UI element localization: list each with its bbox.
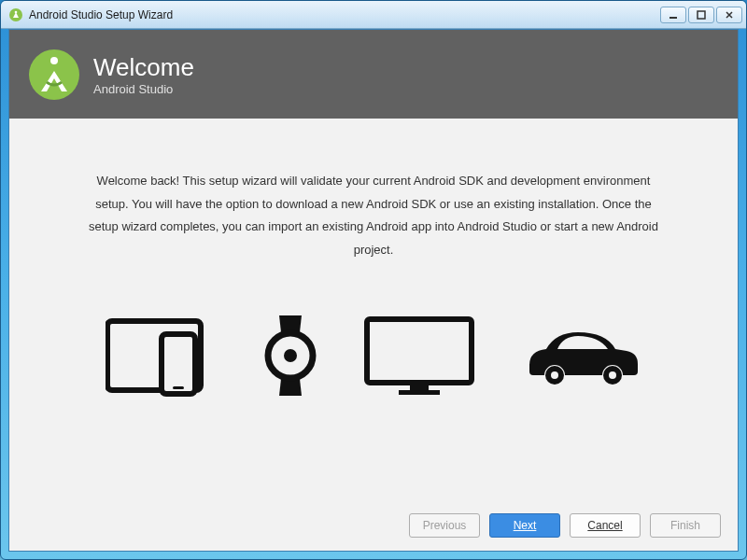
car-icon <box>520 323 641 388</box>
window-frame: Android Studio Setup Wizard <box>0 0 747 560</box>
next-button[interactable]: Next <box>489 513 560 538</box>
footer-buttons: Previous Next Cancel Finish <box>9 504 738 551</box>
welcome-text: Welcome back! This setup wizard will val… <box>84 170 663 262</box>
svg-rect-11 <box>367 319 472 383</box>
tablet-phone-icon <box>106 314 218 398</box>
client-area: Welcome Android Studio Welcome back! Thi… <box>8 29 739 552</box>
previous-button: Previous <box>409 513 480 538</box>
titlebar[interactable]: Android Studio Setup Wizard <box>1 1 746 29</box>
page-title: Welcome <box>93 53 194 82</box>
svg-point-17 <box>609 371 616 379</box>
cancel-button[interactable]: Cancel <box>570 513 641 538</box>
header-band: Welcome Android Studio <box>9 30 738 119</box>
svg-point-1 <box>15 10 18 13</box>
header-titles: Welcome Android Studio <box>93 53 194 96</box>
window-controls <box>660 7 742 23</box>
svg-rect-3 <box>698 11 705 19</box>
svg-point-10 <box>284 349 297 362</box>
minimize-button[interactable] <box>660 7 686 23</box>
svg-point-15 <box>551 371 558 379</box>
tv-icon <box>363 314 475 398</box>
page-subtitle: Android Studio <box>93 82 194 96</box>
watch-icon <box>262 314 318 398</box>
svg-rect-2 <box>669 17 677 19</box>
content-area: Welcome back! This setup wizard will val… <box>9 119 738 504</box>
devices-illustration <box>106 314 641 398</box>
svg-rect-13 <box>399 390 440 395</box>
svg-rect-12 <box>410 383 429 390</box>
svg-rect-8 <box>173 386 184 389</box>
android-studio-logo-icon <box>28 49 80 101</box>
close-button[interactable] <box>716 7 742 23</box>
window-title: Android Studio Setup Wizard <box>29 8 660 21</box>
finish-button: Finish <box>650 513 721 538</box>
maximize-button[interactable] <box>688 7 714 23</box>
svg-point-5 <box>50 57 58 64</box>
app-icon <box>8 7 23 22</box>
svg-rect-7 <box>162 334 195 394</box>
